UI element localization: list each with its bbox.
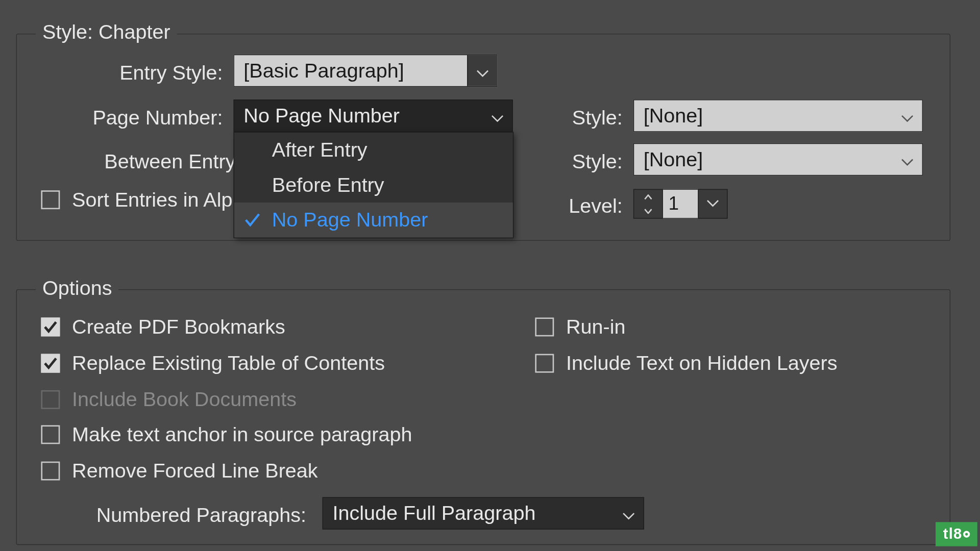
checkbox-icon — [41, 354, 60, 373]
page-number-option-before-entry[interactable]: Before Entry — [234, 167, 513, 203]
style1-label: Style: — [528, 106, 623, 129]
style-chapter-legend: Style: Chapter — [36, 21, 177, 44]
include-book-documents-checkbox: Include Book Documents — [41, 388, 296, 411]
run-in-label: Run-in — [566, 315, 626, 338]
options-group: Options Create PDF Bookmarks Replace Exi… — [16, 289, 950, 545]
level-label: Level: — [528, 194, 623, 217]
create-pdf-bookmarks-label: Create PDF Bookmarks — [72, 315, 285, 338]
create-pdf-bookmarks-checkbox[interactable]: Create PDF Bookmarks — [41, 315, 285, 338]
page-number-option-after-entry[interactable]: After Entry — [234, 133, 513, 168]
chevron-down-icon — [492, 104, 504, 127]
include-hidden-layers-checkbox[interactable]: Include Text on Hidden Layers — [535, 352, 837, 375]
style2-dropdown[interactable]: [None] — [633, 143, 923, 176]
checkbox-icon — [41, 317, 60, 336]
checkbox-icon — [41, 390, 60, 409]
watermark-logo: tl80 tl8 — [936, 522, 977, 546]
include-book-documents-label: Include Book Documents — [72, 388, 297, 411]
style1-dropdown-arrow[interactable] — [893, 100, 922, 131]
make-text-anchor-label: Make text anchor in source paragraph — [72, 423, 412, 446]
numbered-paragraphs-label: Numbered Paragraphs: — [51, 504, 306, 527]
chevron-down-icon — [707, 198, 719, 210]
style-chapter-group: Style: Chapter Entry Style: [Basic Parag… — [16, 34, 950, 241]
replace-toc-label: Replace Existing Table of Contents — [72, 352, 385, 375]
level-spin[interactable] — [633, 189, 663, 219]
page-number-option-no-page-number[interactable]: No Page Number — [234, 203, 513, 238]
run-in-checkbox[interactable]: Run-in — [535, 315, 625, 338]
checkbox-icon — [41, 425, 60, 444]
replace-toc-checkbox[interactable]: Replace Existing Table of Contents — [41, 352, 385, 375]
level-down-arrow[interactable] — [634, 204, 662, 218]
entry-style-dropdown-arrow[interactable] — [467, 55, 497, 86]
entry-style-label: Entry Style: — [17, 61, 223, 84]
checkbox-icon — [535, 354, 554, 373]
remove-forced-line-break-checkbox[interactable]: Remove Forced Line Break — [41, 460, 317, 483]
page-number-dropdown[interactable]: No Page Number — [234, 99, 513, 132]
entry-style-value: [Basic Paragraph] — [243, 59, 404, 82]
checkbox-icon — [41, 462, 60, 481]
level-stepper[interactable]: 1 — [633, 189, 728, 219]
check-icon — [242, 210, 263, 230]
sort-alpha-label: Sort Entries in Alp — [72, 188, 232, 211]
watermark-o-icon — [963, 531, 970, 537]
page-number-dropdown-arrow[interactable] — [483, 100, 512, 131]
between-entry-label: Between Entry — [17, 150, 236, 173]
level-up-arrow[interactable] — [634, 190, 662, 204]
numbered-paragraphs-arrow[interactable] — [614, 498, 644, 529]
chevron-down-icon — [901, 104, 914, 127]
checkbox-icon — [41, 190, 60, 209]
style2-dropdown-arrow[interactable] — [893, 144, 922, 175]
chevron-down-icon — [476, 59, 488, 82]
checkbox-icon — [535, 317, 554, 336]
remove-forced-line-break-label: Remove Forced Line Break — [72, 460, 318, 483]
level-dropdown-arrow[interactable] — [698, 189, 727, 219]
numbered-paragraphs-value: Include Full Paragraph — [332, 502, 535, 525]
chevron-down-icon — [901, 148, 914, 171]
sort-alpha-checkbox[interactable]: Sort Entries in Alp — [41, 188, 232, 211]
page-number-label: Page Number: — [17, 106, 223, 129]
level-value[interactable]: 1 — [663, 189, 698, 219]
style1-value: [None] — [644, 104, 703, 127]
chevron-down-icon — [623, 502, 635, 525]
page-number-value: No Page Number — [243, 104, 400, 127]
style2-label: Style: — [528, 150, 623, 173]
make-text-anchor-checkbox[interactable]: Make text anchor in source paragraph — [41, 423, 412, 446]
entry-style-dropdown[interactable]: [Basic Paragraph] — [234, 55, 498, 87]
numbered-paragraphs-dropdown[interactable]: Include Full Paragraph — [323, 497, 644, 530]
style2-value: [None] — [644, 148, 703, 171]
page-number-dropdown-list[interactable]: After Entry Before Entry No Page Number — [234, 132, 514, 238]
style1-dropdown[interactable]: [None] — [633, 99, 923, 132]
options-legend: Options — [36, 277, 119, 299]
include-hidden-layers-label: Include Text on Hidden Layers — [566, 352, 837, 375]
